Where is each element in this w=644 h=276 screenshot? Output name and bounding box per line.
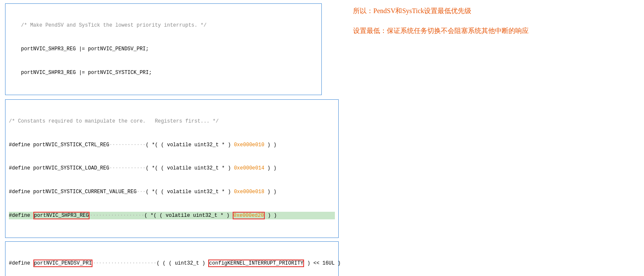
const-line-1: #define portNVIC_SYSTICK_CTRL_REG·······… (9, 141, 335, 149)
pri-line-1: #define portNVIC_PENDSV_PRI·············… (9, 260, 335, 268)
const-line-2: #define portNVIC_SYSTICK_LOAD_REG·······… (9, 164, 335, 172)
right-line-2: 设置最低：保证系统任务切换不会阻塞系统其他中断的响应 (353, 25, 637, 37)
pri-code-block: #define portNVIC_PENDSV_PRI·············… (5, 241, 339, 276)
pendsv-pri-red-box: portNVIC_PENDSV_PRI (33, 260, 93, 267)
constants-code-block: /* Constants required to manipulate the … (5, 99, 339, 238)
top-code-block: /* Make PendSV and SysTick the lowest pr… (5, 3, 322, 95)
right-panel: 所以：PendSV和SysTick设置最低优先级 设置最低：保证系统任务切换不会… (346, 0, 644, 276)
right-line-1: 所以：PendSV和SysTick设置最低优先级 (353, 5, 637, 17)
top-line-1: /* Make PendSV and SysTick the lowest pr… (9, 22, 318, 30)
top-line-2: portNVIC_SHPR3_REG |= portNVIC_PENDSV_PR… (9, 45, 318, 53)
const-line-4-highlighted: #define portNVIC_SHPR3_REG··············… (9, 212, 335, 220)
left-panel: /* Make PendSV and SysTick the lowest pr… (0, 0, 346, 276)
const-line-comment: /* Constants required to manipulate the … (9, 118, 335, 126)
main-container: /* Make PendSV and SysTick the lowest pr… (0, 0, 644, 276)
shpr3-red-box: portNVIC_SHPR3_REG (33, 212, 90, 219)
hex-ed20-red-box: 0xe000ed20 (233, 212, 265, 219)
kernel-priority-1-red-box: configKERNEL_INTERRUPT_PRIORITY (208, 260, 304, 267)
const-line-3: #define portNVIC_SYSTICK_CURRENT_VALUE_R… (9, 188, 335, 196)
top-line-3: portNVIC_SHPR3_REG |= portNVIC_SYSTICK_P… (9, 69, 318, 77)
